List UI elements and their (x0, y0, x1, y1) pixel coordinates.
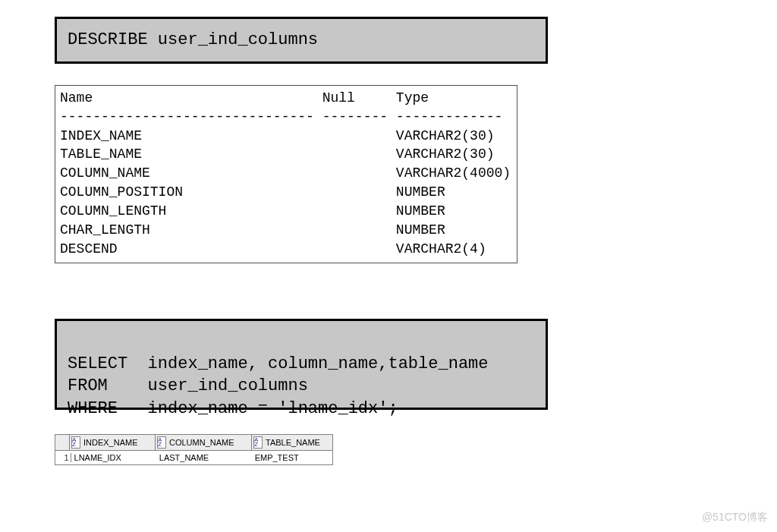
describe-statement-box: DESCRIBE user_ind_columns (55, 17, 548, 64)
cell-table-name: EMP_TEST (252, 453, 332, 462)
result-header-column-name[interactable]: A Z COLUMN_NAME (156, 435, 252, 450)
sort-az-icon[interactable]: A Z (157, 436, 166, 449)
select-line-3: WHERE index_name = 'lname_idx'; (68, 399, 398, 418)
result-header-label: TABLE_NAME (266, 438, 320, 447)
select-statement-box: SELECT index_name, column_name,table_nam… (55, 319, 548, 410)
cell-column-name: LAST_NAME (156, 453, 252, 462)
row-number: 1 (55, 453, 71, 462)
sort-az-icon[interactable]: A Z (253, 436, 263, 449)
result-header-row: A Z INDEX_NAME A Z COLUMN_NAME A Z TABLE… (55, 435, 332, 451)
query-result-grid: A Z INDEX_NAME A Z COLUMN_NAME A Z TABLE… (55, 434, 333, 465)
result-header-label: INDEX_NAME (83, 438, 138, 447)
describe-output-panel: Name Null Type -------------------------… (55, 85, 517, 263)
describe-statement-text: DESCRIBE user_ind_columns (68, 29, 318, 52)
watermark-text: @51CTO博客 (702, 511, 768, 524)
select-line-1: SELECT index_name, column_name,table_nam… (68, 354, 489, 373)
result-header-label: COLUMN_NAME (169, 438, 234, 447)
result-header-table-name[interactable]: A Z TABLE_NAME (252, 435, 332, 450)
sort-az-icon[interactable]: A Z (71, 436, 80, 449)
result-header-gutter (55, 435, 70, 450)
result-header-index-name[interactable]: A Z INDEX_NAME (70, 435, 156, 450)
cell-index-name: LNAME_IDX (71, 453, 156, 462)
result-data-row[interactable]: 1 LNAME_IDX LAST_NAME EMP_TEST (55, 451, 332, 464)
select-line-2: FROM user_ind_columns (68, 376, 308, 395)
